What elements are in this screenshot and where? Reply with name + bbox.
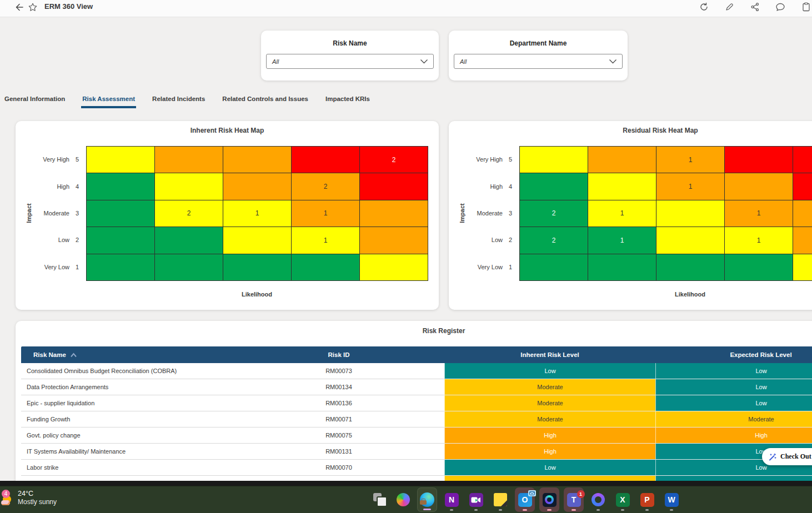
risk-name-cell[interactable]: Govt. policy change [21,428,233,444]
copilot-app-button[interactable] [393,487,413,512]
table-row[interactable]: Epic - supplier liquidationRM00136Modera… [21,395,812,411]
heatmap-cell-impact2-likelihood4[interactable]: 1 [292,227,360,254]
heatmap-cell-impact3-likelihood3[interactable] [656,200,725,227]
heatmap-cell-impact2-likelihood3[interactable] [223,227,292,254]
expected-risk-level-cell[interactable]: Low [655,395,812,411]
heatmap-cell-impact3-likelihood1[interactable]: 2 [520,200,588,227]
table-row[interactable]: Consolidated Omnibus Budget Reconciliati… [21,363,812,379]
heatmap-cell-impact4-likelihood1[interactable] [520,173,588,200]
inherent-risk-level-cell[interactable]: Moderate [444,411,655,428]
heatmap-cell-impact2-likelihood2[interactable] [155,227,223,254]
heatmap-cell-impact5-likelihood4[interactable] [725,147,793,173]
risk-name-cell[interactable]: IT Systems Availability/ Maintenance [21,444,233,460]
heatmap-cell-impact5-likelihood4[interactable] [292,147,360,173]
inherent-risk-level-cell[interactable]: Moderate [444,395,655,411]
department-dropdown[interactable]: All [454,54,623,69]
expected-risk-level-cell[interactable]: Low [655,379,812,395]
heatmap-cell-impact1-likelihood4[interactable] [725,254,793,281]
heatmap-cell-impact4-likelihood1[interactable] [87,173,155,200]
heatmap-cell-impact5-likelihood2[interactable] [155,147,223,173]
tab-general-information[interactable]: General Information [4,94,65,103]
heatmap-cell-impact5-likelihood1[interactable] [87,147,155,173]
heatmap-cell-impact5-likelihood3[interactable]: 1 [656,147,725,173]
checkout-popup[interactable]: Check Out W [762,448,812,465]
heatmap-cell-impact3-likelihood5[interactable] [793,200,812,227]
heatmap-cell-impact2-likelihood5[interactable] [360,227,428,254]
heatmap-cell-impact2-likelihood4[interactable]: 1 [725,227,793,254]
edit-button[interactable] [723,2,735,14]
table-row[interactable]: Govt. policy changeRM00075HighHigh [21,428,812,444]
heatmap-cell-impact4-likelihood2[interactable] [588,173,656,200]
heatmap-cell-impact1-likelihood4[interactable] [292,254,360,281]
expected-risk-level-cell[interactable]: Low [655,363,812,379]
risk-id-cell[interactable]: RM00071 [233,411,444,428]
onenote-app-button[interactable]: N [442,487,462,512]
risk-id-cell[interactable]: RM00131 [233,444,444,460]
heatmap-cell-impact4-likelihood3[interactable] [223,173,292,200]
column-header-risk-name[interactable]: Risk Name [21,351,233,358]
table-row[interactable]: Data Protection ArrangementsRM00134Moder… [21,379,812,395]
heatmap-cell-impact2-likelihood1[interactable] [87,227,155,254]
risk-id-cell[interactable]: RM00070 [233,460,444,476]
risk-name-cell[interactable]: Epic - supplier liquidation [21,395,233,411]
back-button[interactable] [13,2,26,14]
inherent-risk-level-cell[interactable]: High [444,444,655,460]
heatmap-cell-impact1-likelihood1[interactable] [87,254,155,281]
heatmap-cell-impact2-likelihood5[interactable] [793,227,812,254]
heatmap-cell-impact4-likelihood3[interactable]: 1 [656,173,725,200]
tab-impacted-kris[interactable]: Impacted KRIs [325,94,370,103]
teams-app-button[interactable]: T1 [564,487,584,512]
clipchamp-app-button[interactable] [466,487,486,512]
risk-name-cell[interactable]: Labor strike [21,460,233,476]
favorite-button[interactable] [27,2,39,14]
sticky-notes-app-button[interactable] [490,487,510,512]
heatmap-cell-impact1-likelihood3[interactable] [656,254,725,281]
risk-id-cell[interactable]: RM00134 [233,379,444,395]
table-row[interactable]: IT Systems Availability/ MaintenanceRM00… [21,444,812,460]
webex-app-button[interactable] [539,487,559,512]
heatmap-cell-impact2-likelihood2[interactable]: 1 [588,227,656,254]
column-header-expected-risk-level[interactable]: Expected Risk Level [655,351,812,358]
table-row[interactable]: Labor strikeRM00070LowLow [21,460,812,476]
edge-app-button[interactable] [417,487,437,512]
heatmap-cell-impact3-likelihood2[interactable]: 1 [588,200,656,227]
inherent-risk-level-cell[interactable]: Low [444,460,655,476]
heatmap-cell-impact5-likelihood3[interactable] [223,147,292,173]
task-view-button[interactable] [369,487,389,512]
weather-widget[interactable]: 4 24°C Mostly sunny [1,490,57,509]
heatmap-cell-impact2-likelihood1[interactable]: 2 [520,227,588,254]
heatmap-cell-impact1-likelihood5[interactable] [360,254,428,281]
heatmap-cell-impact1-likelihood3[interactable] [223,254,292,281]
heatmap-cell-impact5-likelihood5[interactable] [793,147,812,173]
heatmap-cell-impact2-likelihood3[interactable] [656,227,725,254]
heatmap-cell-impact5-likelihood2[interactable] [588,147,656,173]
risk-name-cell[interactable]: Consolidated Omnibus Budget Reconciliati… [21,363,233,379]
refresh-button[interactable] [698,2,710,14]
tab-risk-assessment[interactable]: Risk Assessment [82,94,135,103]
heatmap-cell-impact3-likelihood4[interactable]: 1 [725,200,793,227]
heatmap-cell-impact4-likelihood2[interactable] [155,173,223,200]
column-header-inherent-risk-level[interactable]: Inherent Risk Level [444,351,655,358]
loop-app-button[interactable] [588,487,608,512]
excel-app-button[interactable]: X [613,487,633,512]
inherent-risk-level-cell[interactable]: Moderate [444,379,655,395]
expected-risk-level-cell[interactable]: High [655,428,812,444]
heatmap-cell-impact3-likelihood1[interactable] [87,200,155,227]
table-row[interactable]: Funding GrowthRM00071ModerateModerate [21,411,812,428]
heatmap-cell-impact1-likelihood2[interactable] [155,254,223,281]
tab-related-incidents[interactable]: Related Incidents [152,94,205,103]
risk-name-cell[interactable]: Data Protection Arrangements [21,379,233,395]
expected-risk-level-cell[interactable]: Moderate [655,411,812,428]
heatmap-cell-impact4-likelihood5[interactable] [793,173,812,200]
tab-related-controls-and-issues[interactable]: Related Controls and Issues [222,94,308,103]
risk-id-cell[interactable]: RM00075 [233,428,444,444]
risk-name-dropdown[interactable]: All [266,54,434,69]
heatmap-cell-impact4-likelihood4[interactable]: 2 [292,173,360,200]
column-header-risk-id[interactable]: Risk ID [233,351,444,358]
risk-id-cell[interactable]: RM00073 [233,363,444,379]
heatmap-cell-impact5-likelihood5[interactable]: 2 [360,147,428,173]
heatmap-cell-impact4-likelihood4[interactable] [725,173,793,200]
heatmap-cell-impact3-likelihood5[interactable] [360,200,428,227]
comment-button[interactable] [774,2,786,14]
risk-id-cell[interactable]: RM00136 [233,395,444,411]
